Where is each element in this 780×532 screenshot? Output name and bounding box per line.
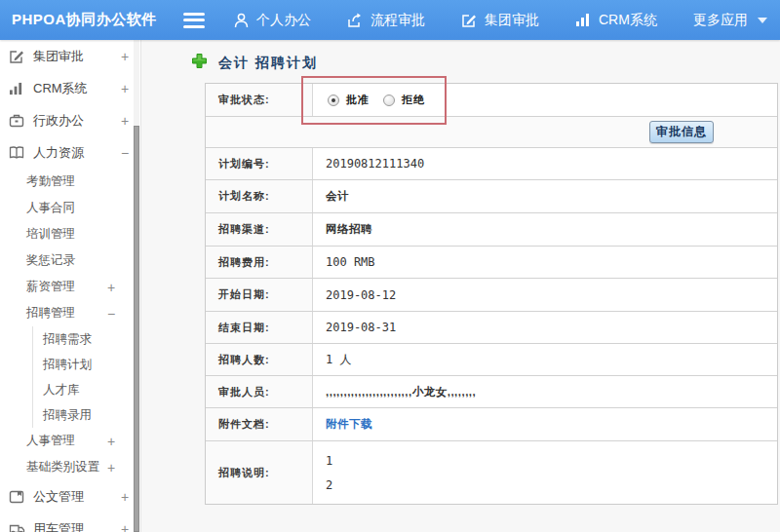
briefcase-icon (9, 113, 25, 128)
expand-plus-icon[interactable]: + (105, 434, 117, 449)
sidebar-item-attendance[interactable]: 考勤管理 (0, 169, 140, 195)
expand-plus-icon[interactable]: + (119, 49, 131, 64)
hr-submenu: 考勤管理 人事合同 培训管理 奖惩记录 薪资管理 + 招聘管理 − 招聘需求 (0, 169, 140, 480)
expand-plus-icon[interactable]: + (119, 489, 131, 505)
sidebar: 集团审批 + CRM系统 + 行政办公 + 人力资源 − 考 (0, 40, 141, 532)
expand-plus-icon[interactable]: + (119, 81, 131, 96)
radio-unselected-icon[interactable] (383, 95, 395, 106)
table-row-plan-name: 计划名称: 会计 (206, 180, 777, 213)
sidebar-item-label: 人事管理 (26, 433, 105, 449)
radio-reject[interactable]: 拒绝 (383, 93, 425, 107)
table-row-recruit-channel: 招聘渠道: 网络招聘 (206, 213, 777, 247)
table-row-approvers: 审批人员: ,,,,,,,,,,,,,,,,,,,,,,,,小龙女,,,,,,,… (206, 376, 777, 408)
radio-selected-icon[interactable] (328, 95, 339, 106)
sidebar-item-hr-contract[interactable]: 人事合同 (0, 195, 140, 221)
field-value: 会计 (313, 180, 777, 212)
sidebar-item-label: 招聘管理 (26, 305, 105, 322)
sidebar-item-label: 招聘计划 (43, 357, 131, 373)
share-arrow-icon (347, 13, 363, 28)
sidebar-item-hr[interactable]: 人力资源 − (0, 136, 140, 169)
field-label: 招聘渠道: (206, 213, 313, 246)
radio-label: 批准 (346, 93, 370, 107)
edit-icon (9, 49, 25, 64)
sidebar-item-recruit-demand[interactable]: 招聘需求 (33, 326, 140, 352)
nav-group-approval[interactable]: 集团审批 (461, 12, 539, 29)
field-label: 招聘说明: (206, 441, 313, 504)
sidebar-item-label: 培训管理 (26, 226, 131, 243)
sidebar-item-rewards[interactable]: 奖惩记录 (0, 247, 140, 274)
collapse-minus-icon[interactable]: − (119, 145, 131, 161)
table-row-approval-status: 审批状态: 批准 拒绝 (206, 84, 777, 117)
app-logo: PHPOA协同办公软件 (0, 11, 183, 29)
sidebar-item-salary[interactable]: 薪资管理 + (0, 274, 140, 300)
chevron-down-icon (758, 18, 767, 23)
sidebar-item-admin-office[interactable]: 行政办公 + (0, 104, 140, 136)
field-label: 招聘人数: (206, 344, 313, 375)
radio-approve[interactable]: 批准 (328, 93, 370, 107)
field-label: 附件文档: (206, 408, 313, 440)
sidebar-item-vehicle-mgmt[interactable]: 用车管理 + (0, 513, 140, 532)
field-value: 1 2 (313, 441, 777, 504)
sidebar-item-label: 人事合同 (26, 200, 131, 216)
table-row-plan-number: 计划编号: 20190812111340 (206, 148, 777, 180)
expand-plus-icon[interactable]: + (105, 460, 117, 475)
sidebar-item-document-mgmt[interactable]: 公文管理 + (0, 480, 140, 513)
note-line: 2 (326, 479, 332, 491)
sidebar-item-label: 基础类别设置 (26, 459, 105, 475)
radio-label: 拒绝 (402, 93, 425, 107)
page-title: 会计 招聘计划 (218, 55, 318, 72)
nav-workflow-approval[interactable]: 流程审批 (347, 12, 425, 29)
table-row-end-date: 结束日期: 2019-08-31 (206, 312, 777, 344)
sidebar-item-label: 奖惩记录 (26, 252, 131, 269)
sidebar-item-label: 集团审批 (33, 48, 119, 65)
nav-personal-office[interactable]: 个人办公 (234, 12, 311, 29)
bar-chart-icon (9, 82, 25, 95)
approval-info-button[interactable]: 审批信息 (649, 121, 714, 143)
table-row-recruit-cost: 招聘费用: 100 RMB (206, 247, 777, 279)
nav-label: 流程审批 (370, 12, 425, 29)
nav-more-apps[interactable]: 更多应用 (693, 12, 767, 29)
table-row-headcount: 招聘人数: 1 人 (206, 344, 777, 376)
sidebar-item-training[interactable]: 培训管理 (0, 221, 140, 247)
table-row-start-date: 开始日期: 2019-08-12 (206, 279, 777, 312)
sidebar-item-talent-pool[interactable]: 人才库 (33, 377, 140, 402)
nav-label: 集团审批 (485, 12, 539, 29)
expand-plus-icon[interactable]: + (119, 113, 131, 129)
collapse-minus-icon[interactable]: − (105, 306, 117, 322)
attachment-download-link[interactable]: 附件下载 (326, 417, 372, 432)
bar-chart-icon (575, 13, 591, 27)
sidebar-item-recruit-hire[interactable]: 招聘录用 (33, 402, 140, 428)
field-value: ,,,,,,,,,,,,,,,,,,,,,,,,小龙女,,,,,,,, (313, 376, 777, 407)
green-plus-icon (191, 53, 208, 73)
sidebar-item-group-approval[interactable]: 集团审批 + (0, 40, 140, 72)
expand-plus-icon[interactable]: + (119, 521, 131, 532)
hamburger-menu-icon[interactable] (183, 13, 205, 28)
nav-crm-system[interactable]: CRM系统 (575, 12, 657, 29)
expand-plus-icon[interactable]: + (105, 280, 117, 295)
button-cell: 审批信息 (206, 117, 777, 147)
sidebar-item-personnel-mgmt[interactable]: 人事管理 + (0, 428, 140, 454)
truck-icon (9, 522, 25, 532)
sidebar-item-recruit-mgmt[interactable]: 招聘管理 − (0, 300, 140, 326)
sidebar-scrollbar-thumb[interactable] (134, 126, 139, 532)
nav-label: 个人办公 (256, 12, 311, 29)
field-value: 2019-08-31 (313, 312, 777, 343)
field-value: 附件下载 (313, 408, 777, 440)
field-label: 结束日期: (206, 312, 313, 343)
user-icon (234, 13, 249, 28)
document-icon (9, 490, 25, 504)
nav-label: 更多应用 (693, 12, 748, 29)
nav-label: CRM系统 (599, 12, 657, 29)
field-label: 计划编号: (206, 148, 313, 179)
top-header-bar: PHPOA协同办公软件 个人办公 流程审批 集团审批 (0, 0, 780, 40)
sidebar-item-label: CRM系统 (33, 80, 119, 97)
sidebar-item-base-category[interactable]: 基础类别设置 + (0, 454, 140, 480)
table-row-attachment: 附件文档: 附件下载 (206, 408, 777, 441)
sidebar-item-crm[interactable]: CRM系统 + (0, 72, 140, 104)
sidebar-item-label: 行政办公 (33, 112, 119, 130)
sidebar-item-label: 招聘录用 (43, 407, 131, 424)
recruit-submenu: 招聘需求 招聘计划 人才库 招聘录用 (32, 326, 140, 428)
approval-radio-group: 批准 拒绝 (326, 93, 425, 107)
sidebar-item-recruit-plan[interactable]: 招聘计划 (33, 352, 140, 377)
main-content: 会计 招聘计划 审批状态: 批准 拒绝 (142, 40, 780, 532)
